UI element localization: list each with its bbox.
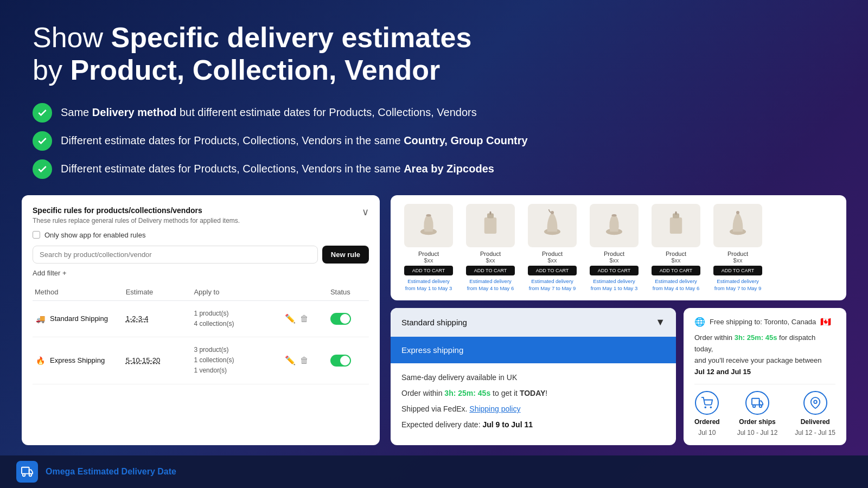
free-shipping-header: 🌐 Free shipping to: Toronto, Canada 🇨🇦 (694, 317, 835, 327)
detail-same-day: Same-day delivery available in UK (401, 372, 665, 383)
chevron-down-icon[interactable]: ∨ (362, 206, 369, 218)
standard-shipping-option[interactable]: Standard shipping ▼ (391, 308, 676, 337)
svg-rect-11 (675, 211, 677, 214)
product-image-3 (528, 204, 577, 247)
product-label-6: Product (727, 251, 748, 257)
only-show-checkbox[interactable] (33, 231, 40, 239)
delete-icon-express[interactable]: 🗑 (300, 356, 309, 365)
edit-icon-express[interactable]: ✏️ (285, 355, 296, 365)
standard-estimate: 1-2-3-4 (126, 314, 194, 323)
col-estimate: Estimate (126, 288, 194, 296)
add-to-cart-5[interactable]: ADD TO CART (652, 266, 700, 275)
standard-apply: 1 product(s)4 collection(s) (194, 309, 285, 329)
product-price-5: $xx (671, 257, 680, 264)
svg-point-8 (612, 214, 617, 217)
cart-icon (695, 391, 719, 415)
globe-icon: 🌐 (694, 317, 705, 327)
canada-flag-icon: 🇨🇦 (820, 317, 831, 327)
ships-label: Order ships (739, 418, 775, 426)
express-actions: ✏️ 🗑 (285, 355, 330, 365)
col-actions (285, 288, 330, 296)
estimated-delivery-6: Estimated deliveryfrom May 7 to May 9 (714, 278, 762, 292)
svg-point-15 (711, 407, 712, 408)
express-apply: 3 product(s)1 collection(s)1 vendor(s) (194, 345, 285, 376)
delivered-label: Delivered (801, 418, 830, 426)
estimated-delivery-2: Estimated deliveryfrom May 4 to May 6 (467, 278, 514, 292)
add-to-cart-6[interactable]: ADD TO CART (713, 266, 762, 275)
rules-panel-subtitle: These rules replace general rules of Del… (33, 217, 240, 224)
product-card-1: Product $xx ADD TO CART Estimated delive… (401, 204, 456, 292)
svg-point-13 (736, 211, 739, 214)
estimated-delivery-3: Estimated deliveryfrom May 7 to May 9 (529, 278, 576, 292)
express-toggle[interactable] (330, 355, 351, 367)
standard-toggle[interactable] (330, 313, 351, 325)
free-shipping-text: Free shipping to: Toronto, Canada (710, 318, 816, 326)
timer-value: 3h: 25m: 45s (444, 389, 490, 397)
check-icon-2 (33, 131, 52, 151)
add-to-cart-2[interactable]: ADD TO CART (466, 266, 515, 275)
table-row: 🚚 Standard Shipping 1-2-3-4 1 product(s)… (33, 301, 369, 337)
add-to-cart-3[interactable]: ADD TO CART (528, 266, 577, 275)
shipping-policy-link[interactable]: Shipping policy (469, 404, 520, 413)
product-label-5: Product (666, 251, 686, 257)
location-icon (803, 391, 827, 415)
tracking-step-delivered: Delivered Jul 12 - Jul 15 (795, 391, 835, 436)
product-card-2: Product $xx ADD TO CART Estimated delive… (463, 204, 518, 292)
product-price-2: $xx (486, 257, 495, 264)
right-timer-value: 3h: 25m: 45s (735, 333, 777, 342)
footer-logo (16, 461, 38, 483)
svg-rect-20 (22, 467, 29, 474)
detail-delivery-date: Expected delivery date: Jul 9 to Jul 11 (401, 419, 665, 431)
standard-shipping-icon: 🚚 (35, 313, 46, 324)
tracking-steps: Ordered Jul 10 Order ships Jul 10 - Jul … (694, 384, 835, 436)
express-shipping-icon: 🔥 (35, 355, 46, 366)
rules-panel: Specific rules for products/collections/… (22, 195, 380, 446)
bottom-panels: Specific rules for products/collections/… (0, 195, 868, 446)
svg-rect-4 (490, 211, 492, 214)
rules-panel-title: Specific rules for products/collections/… (33, 206, 240, 215)
standard-shipping-label: Standard shipping (401, 318, 467, 327)
tracking-step-ships: Order ships Jul 10 - Jul 12 (737, 391, 778, 436)
rules-panel-header: Specific rules for products/collections/… (33, 206, 369, 224)
add-to-cart-4[interactable]: ADD TO CART (590, 266, 639, 275)
shipping-panels: Standard shipping ▼ Express shipping Sam… (391, 308, 846, 445)
edit-icon[interactable]: ✏️ (285, 313, 296, 324)
col-method: Method (35, 288, 126, 296)
product-card-3: Product $xx ADD TO CART Estimated delive… (525, 204, 579, 292)
col-status: Status (330, 288, 367, 296)
svg-point-22 (29, 474, 32, 477)
check-icon-3 (33, 159, 52, 179)
svg-point-1 (426, 214, 431, 217)
new-rule-button[interactable]: New rule (322, 246, 369, 264)
search-input[interactable] (33, 246, 318, 264)
footer-bar: Omega Estimated Delivery Date (0, 455, 868, 488)
delete-icon[interactable]: 🗑 (300, 314, 309, 324)
delivered-date: Jul 12 - Jul 15 (795, 429, 835, 436)
rules-panel-header-text: Specific rules for products/collections/… (33, 206, 240, 224)
feature-text-2: Different estimate dates for Products, C… (61, 134, 528, 147)
svg-point-17 (753, 405, 756, 408)
search-row: New rule (33, 246, 369, 264)
product-price-6: $xx (733, 257, 742, 264)
svg-point-19 (814, 401, 817, 404)
estimated-delivery-4: Estimated deliveryfrom May 1 to May 3 (591, 278, 638, 292)
feature-text-1: Same Delivery method but different estim… (61, 106, 477, 119)
footer-brand: Omega Estimated Delivery Date (46, 467, 176, 477)
product-label-1: Product (418, 251, 439, 257)
express-shipping-option[interactable]: Express shipping (391, 337, 676, 363)
svg-rect-16 (752, 399, 760, 405)
svg-rect-9 (670, 217, 682, 234)
right-panel: Product $xx ADD TO CART Estimated delive… (391, 195, 846, 446)
only-show-label: Only show app for enabled rules (44, 231, 145, 239)
product-image-5 (652, 204, 700, 247)
shipping-details: Same-day delivery available in UK Order … (391, 363, 676, 439)
add-to-cart-1[interactable]: ADD TO CART (404, 266, 453, 275)
feature-item-3: Different estimate dates for Products, C… (33, 159, 835, 179)
ordered-label: Ordered (694, 418, 720, 426)
shipping-left-panel: Standard shipping ▼ Express shipping Sam… (391, 308, 676, 445)
product-card-6: Product $xx ADD TO CART Estimated delive… (711, 204, 765, 292)
svg-point-6 (551, 211, 554, 214)
product-card-4: Product $xx ADD TO CART Estimated delive… (587, 204, 641, 292)
add-filter-link[interactable]: Add filter + (33, 269, 369, 277)
shipping-right-panel: 🌐 Free shipping to: Toronto, Canada 🇨🇦 O… (684, 308, 846, 445)
